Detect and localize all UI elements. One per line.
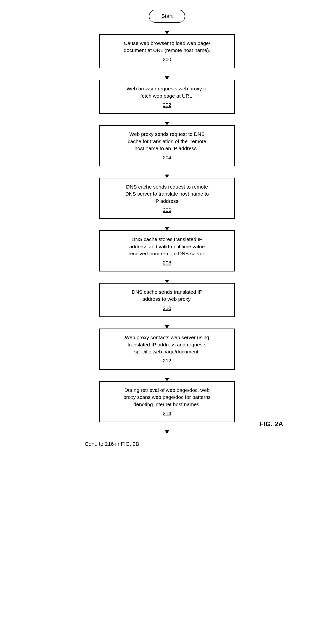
node-204-ref: 204 (107, 154, 227, 161)
flowchart-container: Start Cause web browser to load web page… (70, 10, 264, 447)
node-208: DNS cache stores translated IPaddress an… (99, 230, 235, 272)
arrow-line (167, 219, 168, 227)
node-202-text: Web browser requests web proxy tofetch w… (127, 86, 208, 98)
node-202-ref: 202 (107, 101, 227, 108)
node-202: Web browser requests web proxy tofetch w… (99, 80, 235, 114)
arrow-3 (165, 166, 169, 178)
arrow-2 (165, 114, 169, 125)
continuation-label: Cont. to 216 in FIG. 2B (85, 441, 139, 447)
node-212-text: Web proxy contacts web server usingtrans… (125, 334, 209, 354)
node-214-ref: 214 (107, 410, 227, 417)
arrow-6 (165, 317, 169, 328)
node-206: DNS cache sends request to remoteDNS ser… (99, 178, 235, 219)
node-214: During retrieval of web page/doc, webpro… (99, 381, 235, 422)
arrow-7 (165, 370, 169, 381)
arrow-8 (165, 422, 169, 434)
node-206-ref: 206 (107, 206, 227, 214)
arrow-line (167, 68, 168, 76)
arrow-line (167, 114, 168, 122)
arrow-head (165, 430, 169, 434)
arrow-head (165, 325, 169, 328)
arrow-head (165, 280, 169, 283)
node-204: Web proxy sends request to DNScache for … (99, 125, 235, 166)
node-210: DNS cache sends translated IPaddress to … (99, 283, 235, 317)
arrow-line (167, 23, 168, 31)
arrow-line (167, 317, 168, 325)
node-204-text: Web proxy sends request to DNScache for … (128, 131, 207, 151)
node-208-ref: 208 (107, 259, 227, 266)
arrow-line (167, 422, 168, 430)
node-212: Web proxy contacts web server usingtrans… (99, 328, 235, 370)
start-node: Start (149, 10, 185, 23)
arrow-0 (165, 23, 169, 34)
arrow-line (167, 272, 168, 280)
arrow-1 (165, 68, 169, 80)
node-210-ref: 210 (107, 304, 227, 312)
node-210-text: DNS cache sends translated IPaddress to … (132, 289, 202, 302)
node-200-ref: 200 (107, 56, 227, 63)
node-208-text: DNS cache stores translated IPaddress an… (128, 236, 205, 256)
figure-label: FIG. 2A (259, 420, 283, 428)
node-200-text: Cause web browser to load web page/docum… (124, 40, 210, 53)
arrow-head (165, 174, 169, 178)
node-206-text: DNS cache sends request to remoteDNS ser… (125, 184, 209, 204)
node-212-ref: 212 (107, 357, 227, 364)
node-214-text: During retrieval of web page/doc, webpro… (123, 387, 211, 407)
node-200: Cause web browser to load web page/docum… (99, 34, 235, 68)
arrow-head (165, 378, 169, 381)
arrow-line (167, 166, 168, 174)
arrow-head (165, 227, 169, 230)
arrow-4 (165, 219, 169, 230)
arrow-5 (165, 272, 169, 283)
arrow-line (167, 370, 168, 378)
arrow-head (165, 31, 169, 34)
arrow-head (165, 122, 169, 125)
arrow-head (165, 76, 169, 80)
